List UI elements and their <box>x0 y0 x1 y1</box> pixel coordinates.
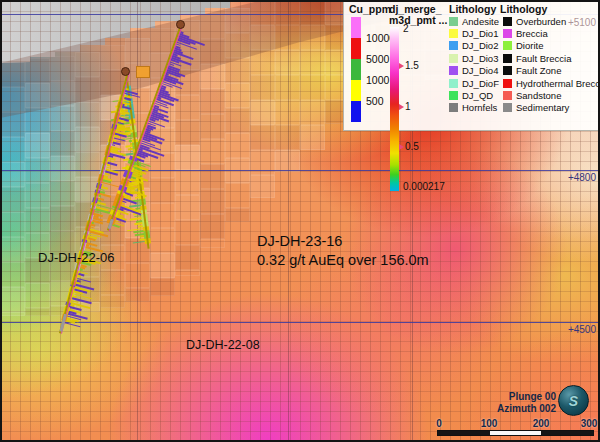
azimuth-label: Azimuth 002 <box>460 403 556 415</box>
lith-item: Sedimentary <box>503 102 600 114</box>
lith-item: Hornfels <box>449 102 499 114</box>
lith-item: Sandstone <box>503 89 600 101</box>
cu-colour-bar <box>351 17 361 122</box>
lith-swatch <box>503 54 512 63</box>
lith-item: DJ_Dio1 <box>449 27 499 39</box>
cu-swatch <box>351 101 361 122</box>
lith-swatch <box>449 91 458 100</box>
lith-item: Fault Zone <box>503 65 600 77</box>
lithology-list-2: Overburden Breccia Diorite Fault Breccia… <box>503 15 600 114</box>
hole-label-22-08: DJ-DH-22-08 <box>186 338 260 352</box>
grid-major-line <box>288 0 289 442</box>
lith-item: Andesite <box>449 15 499 27</box>
lith-swatch <box>503 17 512 26</box>
lith-item: DJ_Dio3 <box>449 52 499 64</box>
legend-title-merge-2: m3d_pmt ... <box>389 14 447 26</box>
lith-swatch <box>503 103 512 112</box>
merge-tick-1: 1 <box>399 101 411 112</box>
cu-swatch <box>351 80 361 101</box>
elevation-label-4800: +4800 <box>536 172 596 183</box>
compass-letter: S <box>569 393 578 409</box>
lith-swatch <box>449 29 458 38</box>
merge-colour-ramp <box>390 27 399 191</box>
merge-tick-2: 2 <box>403 23 409 34</box>
lith-item: Breccia <box>503 27 600 39</box>
lith-swatch <box>449 54 458 63</box>
lith-item: Diorite <box>503 40 600 52</box>
elevation-line-4500 <box>0 322 600 324</box>
lith-item: Fault Breccia <box>503 52 600 64</box>
view-orientation: Plunge 00 Azimuth 002 <box>460 391 556 415</box>
lith-item: DJ_DioF <box>449 77 499 89</box>
scale-tick: 0 <box>436 418 442 429</box>
lith-swatch <box>503 79 512 88</box>
lith-swatch <box>449 66 458 75</box>
scale-tick: 200 <box>533 418 550 429</box>
lith-swatch <box>449 17 458 26</box>
lith-swatch <box>449 79 458 88</box>
lithology-list-1: Andesite DJ_Dio1 DJ_Dio2 DJ_Dio3 DJ_Dio4… <box>449 15 499 114</box>
lith-swatch <box>503 91 512 100</box>
merge-tick-0-5: 0.5 <box>399 141 419 152</box>
cu-swatch <box>351 38 361 59</box>
scale-tick: 100 <box>481 418 498 429</box>
compass-orb[interactable]: S <box>558 385 589 416</box>
lith-item: DJ_QD <box>449 89 499 101</box>
elevation-label-5100: +5100 <box>536 17 596 28</box>
lith-swatch <box>449 41 458 50</box>
lith-swatch <box>503 29 512 38</box>
annotation-marker <box>136 66 150 78</box>
merge-tick-1-5: 1.5 <box>399 60 419 71</box>
lith-item: Hydrothermal Breccia <box>503 77 600 89</box>
cu-value: 1000 <box>366 74 389 86</box>
scale-bar: 0 100 200 300 <box>437 418 594 438</box>
hole-label-23-16: DJ-DH-23-16 <box>257 233 342 249</box>
legend-title-cu: Cu_ppm <box>349 3 391 15</box>
legend-title-lithology-2: Lithology <box>500 3 547 15</box>
lith-swatch <box>503 66 512 75</box>
cu-swatch <box>351 17 361 38</box>
merge-tick-min: 0.000217 <box>403 181 445 192</box>
cu-swatch <box>351 59 361 80</box>
cu-value: 5000 <box>366 53 389 65</box>
scale-bar-rule <box>437 430 594 436</box>
scale-tick: 300 <box>581 418 598 429</box>
lith-swatch <box>449 103 458 112</box>
section-viewport[interactable]: +5100 +4800 +4500 DJ-DH-22-06 DJ-DH-22-0… <box>0 0 600 442</box>
intercept-label: 0.32 g/t AuEq over 156.0m <box>257 252 429 268</box>
elevation-label-4500: +4500 <box>536 324 596 335</box>
lith-swatch <box>503 41 512 50</box>
cu-value: 500 <box>366 95 384 107</box>
hole-label-22-06: DJ-DH-22-06 <box>38 250 115 265</box>
lith-item: DJ_Dio2 <box>449 40 499 52</box>
plunge-label: Plunge 00 <box>460 391 556 403</box>
legend-title-lithology-1: Lithology <box>449 3 496 15</box>
drillhole-collar[interactable] <box>176 20 185 29</box>
lith-item: DJ_Dio4 <box>449 65 499 77</box>
drillhole-collar[interactable] <box>121 67 130 76</box>
elevation-line-4800 <box>0 170 600 172</box>
